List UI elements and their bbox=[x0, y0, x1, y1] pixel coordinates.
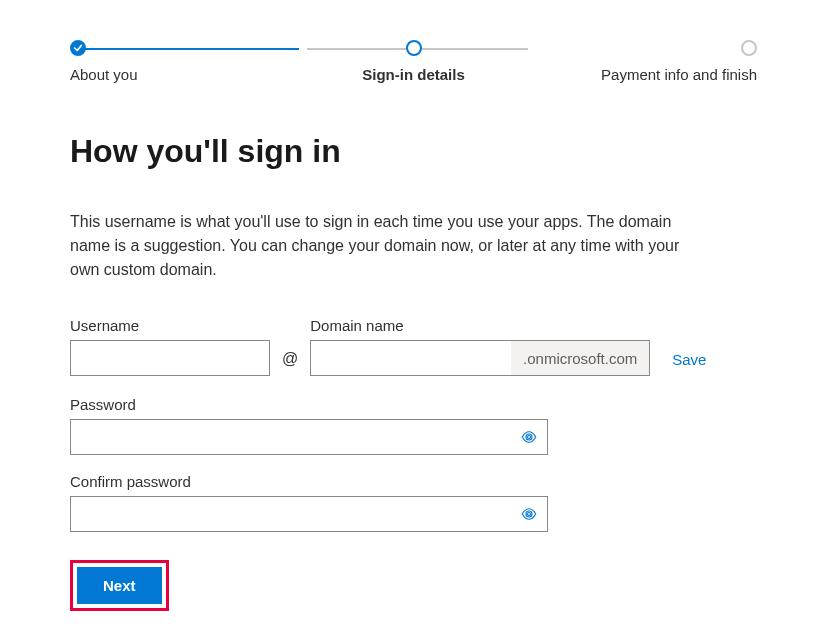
domain-group: Domain name .onmicrosoft.com bbox=[310, 317, 650, 376]
step-about-you: About you bbox=[70, 40, 299, 83]
confirm-password-label: Confirm password bbox=[70, 473, 757, 490]
confirm-password-input[interactable] bbox=[70, 496, 548, 532]
eye-icon bbox=[520, 428, 538, 446]
toggle-password-visibility-button[interactable] bbox=[516, 424, 542, 450]
step-signin-details: Sign-in details bbox=[299, 40, 528, 83]
eye-icon bbox=[520, 505, 538, 523]
step-label: About you bbox=[70, 66, 138, 83]
step-label: Sign-in details bbox=[362, 66, 465, 83]
step-label: Payment info and finish bbox=[601, 66, 757, 83]
password-input[interactable] bbox=[70, 419, 548, 455]
password-wrapper bbox=[70, 419, 548, 455]
step-circle-current bbox=[406, 40, 422, 56]
confirm-password-group: Confirm password bbox=[70, 473, 757, 532]
domain-label: Domain name bbox=[310, 317, 650, 334]
domain-suffix: .onmicrosoft.com bbox=[511, 341, 649, 375]
password-label: Password bbox=[70, 396, 757, 413]
toggle-confirm-password-visibility-button[interactable] bbox=[516, 501, 542, 527]
step-circle-completed bbox=[70, 40, 86, 56]
next-button-highlight: Next bbox=[70, 560, 169, 611]
username-group: Username bbox=[70, 317, 270, 376]
step-circle-upcoming bbox=[741, 40, 757, 56]
stepper: About you Sign-in details Payment info a… bbox=[70, 40, 757, 83]
description-text: This username is what you'll use to sign… bbox=[70, 210, 710, 282]
username-input[interactable] bbox=[70, 340, 270, 376]
confirm-password-wrapper bbox=[70, 496, 548, 532]
save-link[interactable]: Save bbox=[672, 351, 706, 376]
step-line bbox=[78, 48, 299, 50]
username-domain-row: Username @ Domain name .onmicrosoft.com … bbox=[70, 317, 757, 376]
check-icon bbox=[73, 43, 83, 53]
page-title: How you'll sign in bbox=[70, 133, 757, 170]
domain-input[interactable] bbox=[311, 341, 511, 375]
step-payment-finish: Payment info and finish bbox=[528, 40, 757, 83]
password-group: Password bbox=[70, 396, 757, 455]
username-label: Username bbox=[70, 317, 270, 334]
svg-point-0 bbox=[528, 436, 531, 439]
next-button[interactable]: Next bbox=[77, 567, 162, 604]
domain-wrapper: .onmicrosoft.com bbox=[310, 340, 650, 376]
at-symbol: @ bbox=[282, 350, 298, 376]
svg-point-1 bbox=[528, 513, 531, 516]
